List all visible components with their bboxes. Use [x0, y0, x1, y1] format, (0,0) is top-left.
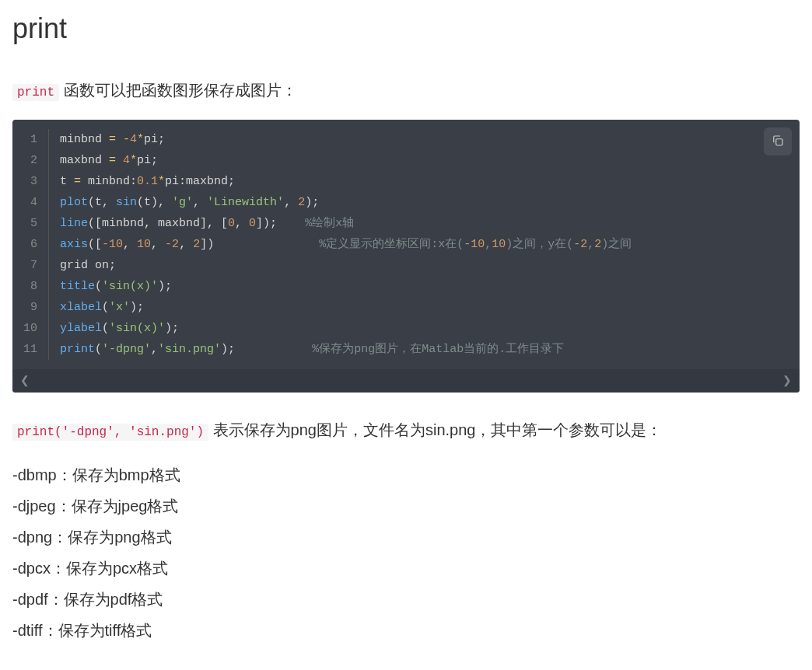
scroll-hints: ❮ ❯ [12, 369, 800, 393]
line-number: 4 [23, 192, 37, 213]
intro-paragraph: print 函数可以把函数图形保存成图片： [12, 76, 800, 104]
line-number: 9 [23, 297, 37, 318]
format-item: -dtiff：保存为tiff格式 [12, 615, 800, 646]
code-line: line([minbnd, maxbnd], [0, 0]); %绘制x轴 [60, 213, 789, 234]
format-item: -dpng：保存为png格式 [12, 522, 800, 553]
line-number: 7 [23, 255, 37, 276]
line-number: 3 [23, 171, 37, 192]
code-line: xlabel('x'); [60, 297, 789, 318]
code-content[interactable]: minbnd = -4*pi;maxbnd = 4*pi;t = minbnd:… [49, 129, 800, 360]
line-number: 8 [23, 276, 37, 297]
format-item: -dpdf：保存为pdf格式 [12, 584, 800, 615]
line-number: 6 [23, 234, 37, 255]
scroll-left-icon[interactable]: ❮ [20, 374, 30, 386]
explain-text: 表示保存为png图片，文件名为sin.png，其中第一个参数可以是： [208, 421, 662, 438]
code-line: minbnd = -4*pi; [60, 129, 789, 150]
code-line: title('sin(x)'); [60, 276, 789, 297]
code-line: ylabel('sin(x)'); [60, 318, 789, 339]
svg-rect-0 [776, 138, 782, 145]
format-item: -dbmp：保存为bmp格式 [12, 459, 800, 490]
page-title: print [12, 12, 800, 45]
code-line: grid on; [60, 255, 789, 276]
line-number: 10 [23, 318, 37, 339]
line-numbers: 1234567891011 [12, 129, 49, 360]
code-line: maxbnd = 4*pi; [60, 150, 789, 171]
explain-paragraph: print('-dpng', 'sin.png') 表示保存为png图片，文件名… [12, 416, 800, 444]
copy-icon [771, 134, 785, 150]
copy-button[interactable] [764, 127, 792, 155]
code-line: axis([-10, 10, -2, 2]) %定义显示的坐标区间:x在(-10… [60, 234, 789, 255]
format-item: -djpeg：保存为jpeg格式 [12, 490, 800, 522]
scroll-right-icon[interactable]: ❯ [782, 374, 792, 386]
code-line: print('-dpng','sin.png'); %保存为png图片，在Mat… [60, 339, 789, 360]
line-number: 11 [23, 339, 37, 360]
inline-code-print: print [12, 84, 59, 101]
intro-text: 函数可以把函数图形保存成图片： [59, 82, 297, 99]
code-line: t = minbnd:0.1*pi:maxbnd; [60, 171, 789, 192]
format-item: -dpcx：保存为pcx格式 [12, 553, 800, 584]
format-list: -dbmp：保存为bmp格式-djpeg：保存为jpeg格式-dpng：保存为p… [12, 459, 800, 646]
code-line: plot(t, sin(t), 'g', 'Linewidth', 2); [60, 192, 789, 213]
inline-code-print-call: print('-dpng', 'sin.png') [12, 424, 208, 441]
line-number: 1 [23, 129, 37, 150]
line-number: 5 [23, 213, 37, 234]
line-number: 2 [23, 150, 37, 171]
code-block: 1234567891011 minbnd = -4*pi;maxbnd = 4*… [12, 120, 800, 393]
